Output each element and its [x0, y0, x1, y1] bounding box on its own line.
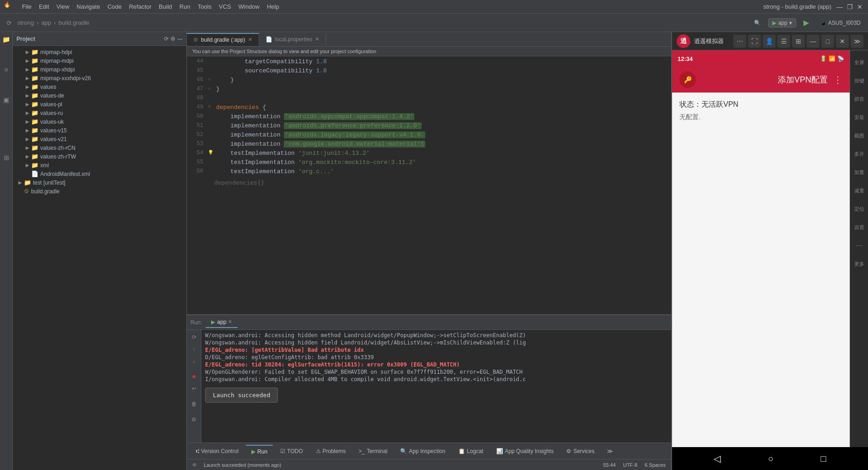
tree-item-buildgradle[interactable]: ▶ ⚙ build.gradle	[13, 187, 186, 196]
fullscreen-icon-btn[interactable]: 全屏	[851, 54, 868, 71]
settings-icon[interactable]: ⚙	[170, 36, 175, 42]
tab-close-button[interactable]: ✕	[315, 36, 319, 42]
back-button[interactable]: ◁	[714, 453, 721, 464]
screenshot-icon-btn[interactable]: 截图	[851, 127, 868, 144]
tree-item-mipmap-xhdpi[interactable]: ▶ 📁 mipmap-xhdpi	[13, 65, 186, 74]
emulator-user-btn[interactable]: 👤	[763, 35, 776, 48]
tree-item-mipmap-xxxhdpi[interactable]: ▶ 📁 mipmap-xxxhdpi-v26	[13, 74, 186, 82]
tab-local-properties[interactable]: 📄 local.properties ✕	[259, 33, 326, 45]
tree-item-values-uk[interactable]: ▶ 📁 values-uk	[13, 117, 186, 126]
bottom-tab-todo[interactable]: ☑ TODO	[275, 445, 308, 457]
bottom-tab-terminal[interactable]: >_ Terminal	[353, 445, 393, 457]
maximize-button[interactable]: ❐	[845, 2, 854, 11]
project-icon[interactable]: 📁	[1, 34, 12, 45]
resource-manager-icon[interactable]: ▣	[1, 94, 12, 105]
settings-button[interactable]: ⚙	[189, 414, 200, 425]
settings-icon-btn[interactable]: 设置	[851, 219, 868, 235]
keyboard-icon-btn[interactable]: 按键	[851, 72, 868, 89]
scroll-down-button[interactable]: ↓	[189, 355, 200, 366]
hint-icon[interactable]: 💡	[208, 150, 214, 159]
tree-item-mipmap-hdpi[interactable]: ▶ 📁 mipmap-hdpi	[13, 48, 186, 56]
menu-build[interactable]: Build	[155, 1, 176, 12]
tree-item-test[interactable]: ▶ 📁 test [unitTest]	[13, 178, 186, 187]
tree-item-values-zh-rcn[interactable]: ▶ 📁 values-zh-rCN	[13, 143, 186, 152]
clear-button[interactable]: 🗑	[189, 399, 200, 410]
appbar-overflow-icon[interactable]: ⋮	[833, 74, 842, 85]
tree-item-values-pl[interactable]: ▶ 📁 values-pl	[13, 100, 186, 109]
vol-down-icon-btn[interactable]: 减量	[851, 182, 868, 199]
tree-item-values-ru[interactable]: ▶ 📁 values-ru	[13, 109, 186, 117]
fold-icon[interactable]	[208, 95, 214, 104]
menu-code[interactable]: Code	[104, 1, 125, 12]
fold-icon[interactable]	[208, 141, 214, 150]
code-editor[interactable]: 44 targetCompatibility 1.8 45 sourceComp…	[187, 56, 671, 314]
tree-item-xml[interactable]: ▶ 📁 xml	[13, 161, 186, 169]
menu-window[interactable]: Window	[235, 1, 263, 12]
bottom-tab-version-control[interactable]: ⑆ Version Control	[190, 445, 244, 457]
emulator-close-btn[interactable]: ✕	[836, 35, 849, 48]
breadcrumb-strong[interactable]: strong	[17, 19, 34, 26]
bottom-tab-logcat[interactable]: 📋 Logcat	[453, 445, 489, 457]
run-app-tab[interactable]: ▶ app ✕	[206, 317, 238, 328]
menu-edit[interactable]: Edit	[35, 1, 53, 12]
search-button[interactable]: 🔍	[750, 18, 765, 28]
tree-item-mipmap-mdpi[interactable]: ▶ 📁 mipmap-mdpi	[13, 56, 186, 65]
breadcrumb-file[interactable]: build.gradle	[59, 19, 89, 26]
tree-item-values[interactable]: ▶ 📁 values	[13, 82, 186, 91]
bottom-tab-app-inspection[interactable]: 🔍 App Inspection	[395, 445, 450, 457]
tree-item-androidmanifest[interactable]: ▶ 📄 AndroidManifest.xml	[13, 169, 186, 178]
hide-icon[interactable]: —	[177, 36, 183, 42]
tree-item-values-v15[interactable]: ▶ 📁 values-v15	[13, 126, 186, 135]
emulator-max-btn[interactable]: □	[821, 35, 834, 48]
menu-view[interactable]: View	[53, 1, 73, 12]
emulator-menu-btn[interactable]: ☰	[777, 35, 790, 48]
bottom-tab-problems[interactable]: ⚠ Problems	[310, 445, 352, 457]
tree-item-values-de[interactable]: ▶ 📁 values-de	[13, 91, 186, 100]
run-log-content[interactable]: W/ongswan.androi: Accessing hidden metho…	[201, 330, 671, 443]
vol-up-icon-btn[interactable]: 加量	[851, 164, 868, 180]
close-button[interactable]: ✕	[855, 2, 864, 11]
dots-icon-btn[interactable]: ···	[851, 237, 868, 254]
recents-button[interactable]: □	[820, 454, 826, 464]
scroll-up-button[interactable]: ↑	[189, 344, 200, 355]
fold-gutter[interactable]: ◁	[208, 77, 214, 86]
location-icon-btn[interactable]: 定位	[851, 201, 868, 217]
menu-help[interactable]: Help	[263, 1, 283, 12]
toolbar-icon1[interactable]: ⟳	[4, 17, 15, 28]
emulator-expand-btn[interactable]: ⊞	[792, 35, 805, 48]
menu-refactor[interactable]: Refactor	[125, 1, 155, 12]
build-variants-icon[interactable]: ⊞	[1, 152, 12, 163]
menu-vcs[interactable]: VCS	[215, 1, 235, 12]
fold-icon[interactable]	[208, 159, 214, 168]
fold-icon[interactable]	[208, 67, 214, 77]
fold-icon[interactable]	[208, 122, 214, 131]
emulator-fullscreen-btn[interactable]: ⛶	[748, 35, 761, 48]
bottom-tab-run[interactable]: ▶ Run	[246, 445, 273, 458]
fold-gutter[interactable]: ▽	[208, 104, 214, 113]
fold-gutter[interactable]: ◁	[208, 86, 214, 95]
fold-icon[interactable]	[208, 168, 214, 177]
tab-close-button[interactable]: ✕	[248, 37, 252, 43]
emulator-min-btn[interactable]: —	[807, 35, 819, 48]
structure-icon[interactable]: ≡	[1, 64, 12, 75]
bottom-tab-quality[interactable]: 📊 App Quality Insights	[491, 445, 559, 457]
sync-icon[interactable]: ⟳	[164, 36, 168, 42]
pinyin-icon-btn[interactable]: 拼音	[851, 91, 868, 107]
menu-run[interactable]: Run	[176, 1, 194, 12]
wrap-button[interactable]: ↩	[189, 383, 200, 394]
fold-icon[interactable]	[208, 113, 214, 122]
menu-file[interactable]: File	[18, 1, 35, 12]
breadcrumb-app[interactable]: app	[41, 19, 51, 26]
run-config[interactable]: ▶ app ▾	[768, 18, 796, 27]
phone-screen[interactable]: 12:34 🔋 📶 📡 🔑 添加VPN配置 ⋮ 状态：无活	[672, 50, 850, 447]
menu-tools[interactable]: Tools	[194, 1, 215, 12]
tree-item-values-zh-rtw[interactable]: ▶ 📁 values-zh-rTW	[13, 152, 186, 161]
run-tab-close[interactable]: ✕	[228, 319, 232, 325]
tree-item-values-v21[interactable]: ▶ 📁 values-v21	[13, 135, 186, 143]
emulator-settings-btn[interactable]: ⋯	[733, 35, 746, 48]
multi-icon-btn[interactable]: 多开	[851, 146, 868, 162]
bottom-tab-more[interactable]: ≫	[602, 445, 618, 457]
stop-button[interactable]: ■	[189, 371, 200, 382]
fold-icon[interactable]	[208, 58, 214, 67]
bottom-tab-services[interactable]: ⚙ Services	[561, 445, 600, 457]
